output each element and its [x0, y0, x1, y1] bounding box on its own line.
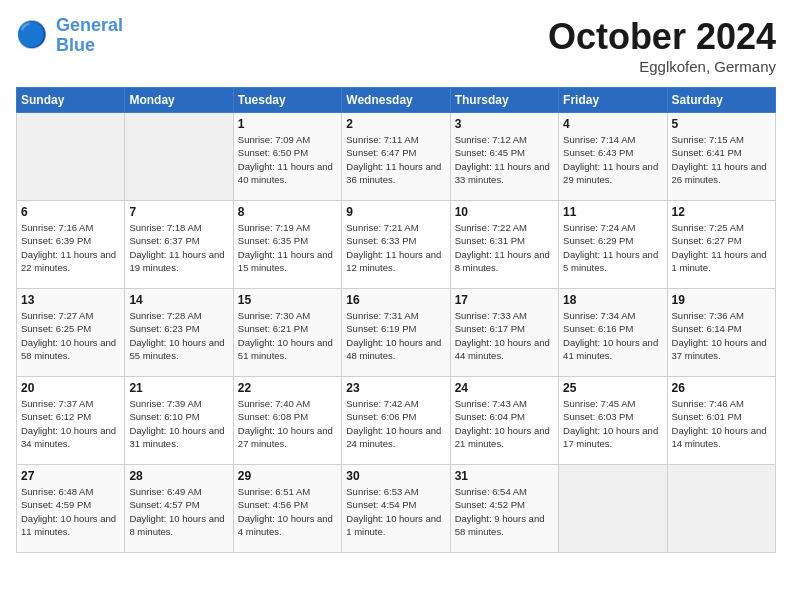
calendar-cell: 10Sunrise: 7:22 AM Sunset: 6:31 PM Dayli…	[450, 201, 558, 289]
week-row-3: 13Sunrise: 7:27 AM Sunset: 6:25 PM Dayli…	[17, 289, 776, 377]
calendar-cell: 1Sunrise: 7:09 AM Sunset: 6:50 PM Daylig…	[233, 113, 341, 201]
calendar-table: SundayMondayTuesdayWednesdayThursdayFrid…	[16, 87, 776, 553]
week-row-5: 27Sunrise: 6:48 AM Sunset: 4:59 PM Dayli…	[17, 465, 776, 553]
calendar-cell: 16Sunrise: 7:31 AM Sunset: 6:19 PM Dayli…	[342, 289, 450, 377]
week-row-1: 1Sunrise: 7:09 AM Sunset: 6:50 PM Daylig…	[17, 113, 776, 201]
day-number: 21	[129, 381, 228, 395]
svg-text:🔵: 🔵	[16, 19, 48, 50]
day-number: 5	[672, 117, 771, 131]
month-title: October 2024	[548, 16, 776, 58]
day-info: Sunrise: 7:16 AM Sunset: 6:39 PM Dayligh…	[21, 221, 120, 274]
day-info: Sunrise: 7:30 AM Sunset: 6:21 PM Dayligh…	[238, 309, 337, 362]
day-info: Sunrise: 7:28 AM Sunset: 6:23 PM Dayligh…	[129, 309, 228, 362]
logo-text2: Blue	[56, 36, 123, 56]
calendar-cell: 25Sunrise: 7:45 AM Sunset: 6:03 PM Dayli…	[559, 377, 667, 465]
weekday-header-sunday: Sunday	[17, 88, 125, 113]
weekday-header-thursday: Thursday	[450, 88, 558, 113]
weekday-header-friday: Friday	[559, 88, 667, 113]
day-info: Sunrise: 7:22 AM Sunset: 6:31 PM Dayligh…	[455, 221, 554, 274]
calendar-cell: 15Sunrise: 7:30 AM Sunset: 6:21 PM Dayli…	[233, 289, 341, 377]
day-info: Sunrise: 6:49 AM Sunset: 4:57 PM Dayligh…	[129, 485, 228, 538]
calendar-cell: 20Sunrise: 7:37 AM Sunset: 6:12 PM Dayli…	[17, 377, 125, 465]
calendar-cell: 26Sunrise: 7:46 AM Sunset: 6:01 PM Dayli…	[667, 377, 775, 465]
day-info: Sunrise: 6:51 AM Sunset: 4:56 PM Dayligh…	[238, 485, 337, 538]
calendar-cell: 29Sunrise: 6:51 AM Sunset: 4:56 PM Dayli…	[233, 465, 341, 553]
day-info: Sunrise: 7:39 AM Sunset: 6:10 PM Dayligh…	[129, 397, 228, 450]
day-number: 30	[346, 469, 445, 483]
calendar-cell: 31Sunrise: 6:54 AM Sunset: 4:52 PM Dayli…	[450, 465, 558, 553]
day-number: 24	[455, 381, 554, 395]
weekday-header-tuesday: Tuesday	[233, 88, 341, 113]
calendar-cell	[125, 113, 233, 201]
calendar-cell: 28Sunrise: 6:49 AM Sunset: 4:57 PM Dayli…	[125, 465, 233, 553]
week-row-2: 6Sunrise: 7:16 AM Sunset: 6:39 PM Daylig…	[17, 201, 776, 289]
day-number: 22	[238, 381, 337, 395]
day-number: 19	[672, 293, 771, 307]
calendar-cell: 14Sunrise: 7:28 AM Sunset: 6:23 PM Dayli…	[125, 289, 233, 377]
day-number: 20	[21, 381, 120, 395]
day-number: 18	[563, 293, 662, 307]
day-info: Sunrise: 7:12 AM Sunset: 6:45 PM Dayligh…	[455, 133, 554, 186]
location-subtitle: Egglkofen, Germany	[548, 58, 776, 75]
day-info: Sunrise: 7:33 AM Sunset: 6:17 PM Dayligh…	[455, 309, 554, 362]
calendar-cell: 27Sunrise: 6:48 AM Sunset: 4:59 PM Dayli…	[17, 465, 125, 553]
day-info: Sunrise: 7:15 AM Sunset: 6:41 PM Dayligh…	[672, 133, 771, 186]
day-number: 14	[129, 293, 228, 307]
day-info: Sunrise: 7:24 AM Sunset: 6:29 PM Dayligh…	[563, 221, 662, 274]
day-number: 26	[672, 381, 771, 395]
calendar-cell: 22Sunrise: 7:40 AM Sunset: 6:08 PM Dayli…	[233, 377, 341, 465]
day-number: 1	[238, 117, 337, 131]
day-info: Sunrise: 7:25 AM Sunset: 6:27 PM Dayligh…	[672, 221, 771, 274]
day-number: 6	[21, 205, 120, 219]
calendar-cell: 2Sunrise: 7:11 AM Sunset: 6:47 PM Daylig…	[342, 113, 450, 201]
calendar-cell	[559, 465, 667, 553]
calendar-cell: 17Sunrise: 7:33 AM Sunset: 6:17 PM Dayli…	[450, 289, 558, 377]
day-info: Sunrise: 7:31 AM Sunset: 6:19 PM Dayligh…	[346, 309, 445, 362]
day-info: Sunrise: 7:42 AM Sunset: 6:06 PM Dayligh…	[346, 397, 445, 450]
weekday-header-wednesday: Wednesday	[342, 88, 450, 113]
calendar-cell: 6Sunrise: 7:16 AM Sunset: 6:39 PM Daylig…	[17, 201, 125, 289]
calendar-cell: 3Sunrise: 7:12 AM Sunset: 6:45 PM Daylig…	[450, 113, 558, 201]
day-number: 23	[346, 381, 445, 395]
calendar-cell: 12Sunrise: 7:25 AM Sunset: 6:27 PM Dayli…	[667, 201, 775, 289]
page-header: 🔵 General Blue October 2024 Egglkofen, G…	[16, 16, 776, 75]
day-number: 4	[563, 117, 662, 131]
day-info: Sunrise: 7:27 AM Sunset: 6:25 PM Dayligh…	[21, 309, 120, 362]
week-row-4: 20Sunrise: 7:37 AM Sunset: 6:12 PM Dayli…	[17, 377, 776, 465]
day-number: 25	[563, 381, 662, 395]
day-info: Sunrise: 7:46 AM Sunset: 6:01 PM Dayligh…	[672, 397, 771, 450]
day-info: Sunrise: 7:37 AM Sunset: 6:12 PM Dayligh…	[21, 397, 120, 450]
day-info: Sunrise: 7:21 AM Sunset: 6:33 PM Dayligh…	[346, 221, 445, 274]
calendar-cell: 11Sunrise: 7:24 AM Sunset: 6:29 PM Dayli…	[559, 201, 667, 289]
day-number: 3	[455, 117, 554, 131]
day-info: Sunrise: 7:36 AM Sunset: 6:14 PM Dayligh…	[672, 309, 771, 362]
day-number: 29	[238, 469, 337, 483]
calendar-cell: 21Sunrise: 7:39 AM Sunset: 6:10 PM Dayli…	[125, 377, 233, 465]
day-info: Sunrise: 6:48 AM Sunset: 4:59 PM Dayligh…	[21, 485, 120, 538]
day-info: Sunrise: 7:40 AM Sunset: 6:08 PM Dayligh…	[238, 397, 337, 450]
calendar-cell: 19Sunrise: 7:36 AM Sunset: 6:14 PM Dayli…	[667, 289, 775, 377]
calendar-cell: 23Sunrise: 7:42 AM Sunset: 6:06 PM Dayli…	[342, 377, 450, 465]
calendar-cell: 13Sunrise: 7:27 AM Sunset: 6:25 PM Dayli…	[17, 289, 125, 377]
day-number: 8	[238, 205, 337, 219]
calendar-cell	[667, 465, 775, 553]
logo-bird-icon: 🔵	[16, 18, 52, 54]
weekday-header-saturday: Saturday	[667, 88, 775, 113]
day-number: 27	[21, 469, 120, 483]
calendar-cell: 8Sunrise: 7:19 AM Sunset: 6:35 PM Daylig…	[233, 201, 341, 289]
day-info: Sunrise: 6:53 AM Sunset: 4:54 PM Dayligh…	[346, 485, 445, 538]
calendar-cell: 30Sunrise: 6:53 AM Sunset: 4:54 PM Dayli…	[342, 465, 450, 553]
calendar-cell: 7Sunrise: 7:18 AM Sunset: 6:37 PM Daylig…	[125, 201, 233, 289]
day-number: 9	[346, 205, 445, 219]
day-number: 15	[238, 293, 337, 307]
calendar-cell: 18Sunrise: 7:34 AM Sunset: 6:16 PM Dayli…	[559, 289, 667, 377]
day-number: 11	[563, 205, 662, 219]
day-info: Sunrise: 7:14 AM Sunset: 6:43 PM Dayligh…	[563, 133, 662, 186]
calendar-cell	[17, 113, 125, 201]
day-number: 7	[129, 205, 228, 219]
day-number: 10	[455, 205, 554, 219]
day-info: Sunrise: 7:19 AM Sunset: 6:35 PM Dayligh…	[238, 221, 337, 274]
calendar-cell: 5Sunrise: 7:15 AM Sunset: 6:41 PM Daylig…	[667, 113, 775, 201]
day-number: 2	[346, 117, 445, 131]
day-number: 12	[672, 205, 771, 219]
